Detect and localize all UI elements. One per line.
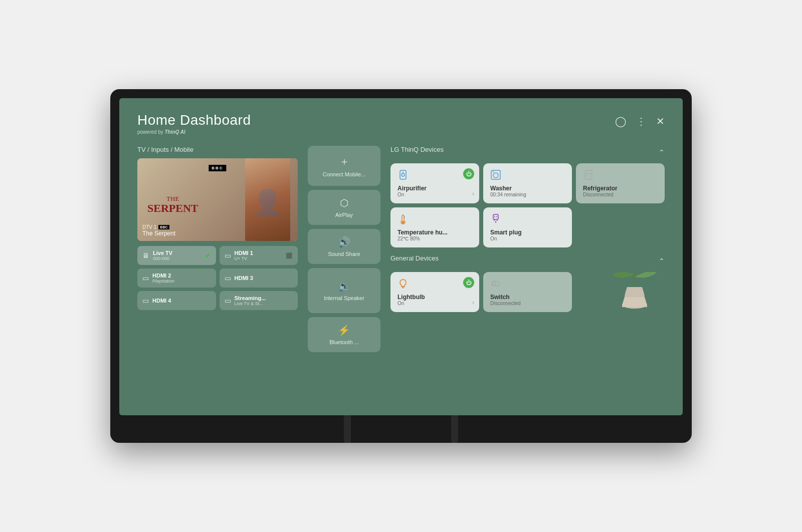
hdmi3-icon: ▭	[225, 274, 231, 282]
hdmi4-icon: ▭	[142, 297, 149, 305]
airpurifier-icon	[397, 169, 472, 183]
preview-channel: DTV 1 BBC	[142, 224, 175, 230]
thinq-devices-grid: Airpurifier On ⏻ › Washer	[390, 163, 665, 247]
tv-stand	[119, 415, 683, 443]
plant-svg	[599, 272, 665, 312]
svg-point-22	[493, 282, 496, 286]
smart-plug-icon	[490, 213, 565, 227]
refrigerator-icon	[583, 169, 658, 183]
airplay-card[interactable]: ⬡ AirPlay	[308, 190, 380, 225]
input-item-hdmi3[interactable]: ▭ HDMI 3	[220, 269, 298, 288]
general-collapse-btn[interactable]: ⌃	[659, 257, 665, 265]
left-panel: TV / Inputs / Mobile BBC THE SERPENT	[137, 146, 298, 393]
lightbulb-name: Lightbulb	[397, 294, 472, 301]
device-card-switch[interactable]: Switch Disconnected	[483, 272, 572, 312]
lightbulb-status: On	[397, 301, 472, 306]
general-devices-section: General Devices ⌃ Lightbulb On	[390, 254, 665, 312]
airplay-icon: ⬡	[340, 197, 348, 209]
powered-by: powered by ThinQ AI	[137, 129, 251, 135]
thinq-section-header: LG ThinQ Devices ⌃	[390, 146, 665, 158]
usb-icon: ⬛	[286, 252, 293, 259]
airpurifier-name: Airpurifier	[397, 185, 472, 192]
device-card-washer[interactable]: Washer 00:34 remaining	[483, 163, 572, 203]
plus-icon: ＋	[339, 155, 349, 168]
refrigerator-name: Refrigerator	[583, 185, 658, 192]
sound-share-card[interactable]: 🔊 Sound Share	[308, 229, 380, 264]
device-card-smart-plug[interactable]: Smart plug On	[483, 207, 572, 247]
input-item-hdmi2[interactable]: ▭ HDMI 2 Playstation	[137, 269, 216, 288]
sound-share-label: Sound Share	[328, 251, 360, 257]
airpurifier-status: On	[397, 192, 472, 197]
temperature-status: 22℃ 80%	[397, 236, 472, 241]
decoration-area	[576, 272, 665, 312]
input-info: HDMI 2 Playstation	[152, 273, 174, 284]
thinq-collapse-btn[interactable]: ⌃	[659, 148, 665, 156]
input-item-hdmi1[interactable]: ▭ HDMI 1 U+ TV ⬛	[220, 246, 298, 265]
svg-point-10	[402, 221, 405, 223]
general-section-header: General Devices ⌃	[390, 254, 665, 267]
bluetooth-card[interactable]: ⚡ Bluetooth ...	[308, 317, 380, 352]
streaming-icon: ▭	[225, 297, 231, 305]
header-icons: ◯ ⋮ ✕	[615, 115, 665, 127]
middle-panel: ＋ Connect Mobile... ⬡ AirPlay 🔊 Sound Sh…	[308, 146, 380, 393]
dashboard: Home Dashboard powered by ThinQ AI ◯ ⋮ ✕…	[119, 98, 683, 415]
input-item-live-tv[interactable]: 🖥 Live TV 000-000 ✔	[137, 246, 216, 265]
preview-info: DTV 1 BBC The Serpent	[142, 224, 175, 237]
connect-mobile-label: Connect Mobile...	[323, 171, 366, 177]
right-panel: LG ThinQ Devices ⌃ Airpurifier On	[390, 146, 665, 393]
tv-icon: 🖥	[142, 251, 149, 259]
show-title: THE SERPENT	[147, 195, 198, 214]
switch-icon	[490, 278, 565, 292]
temperature-icon	[397, 213, 472, 227]
temperature-name: Temperature hu...	[397, 229, 472, 236]
header-title: Home Dashboard powered by ThinQ AI	[137, 112, 251, 135]
device-card-lightbulb[interactable]: Lightbulb On ⏻ ›	[390, 272, 479, 312]
hdmi2-icon: ▭	[142, 274, 149, 282]
close-icon[interactable]: ✕	[656, 115, 665, 127]
airpurifier-power-btn[interactable]: ⏻	[463, 168, 474, 179]
thinq-devices-section: LG ThinQ Devices ⌃ Airpurifier On	[390, 146, 665, 247]
airplay-label: AirPlay	[335, 212, 353, 218]
svg-point-1	[402, 173, 405, 176]
more-icon[interactable]: ⋮	[636, 115, 646, 127]
smart-plug-status: On	[490, 236, 565, 241]
input-item-streaming[interactable]: ▭ Streaming... Live TV & St...	[220, 291, 298, 310]
airpurifier-chevron: ›	[472, 190, 474, 197]
sound-share-icon: 🔊	[338, 236, 350, 248]
internal-speaker-card[interactable]: 🔈 Internal Speaker	[308, 268, 380, 313]
general-devices-grid: Lightbulb On ⏻ › Switch	[390, 272, 665, 312]
lightbulb-chevron: ›	[472, 299, 474, 306]
svg-point-5	[493, 171, 494, 172]
speaker-icon: 🔈	[338, 280, 350, 292]
device-card-airpurifier[interactable]: Airpurifier On ⏻ ›	[390, 163, 479, 203]
device-card-refrigerator[interactable]: Refrigerator Disconnected	[576, 163, 665, 203]
preview-show: The Serpent	[142, 230, 175, 237]
input-item-hdmi4[interactable]: ▭ HDMI 4	[137, 291, 216, 310]
washer-name: Washer	[490, 185, 565, 192]
active-check-icon: ✔	[205, 251, 211, 259]
svg-point-4	[493, 173, 498, 178]
lightbulb-power-btn[interactable]: ⏻	[463, 277, 474, 288]
bluetooth-icon: ⚡	[338, 324, 350, 336]
washer-status: 00:34 remaining	[490, 192, 565, 197]
general-section-title: General Devices	[390, 254, 439, 262]
input-info: HDMI 4	[152, 298, 171, 304]
connect-mobile-card[interactable]: ＋ Connect Mobile...	[308, 146, 380, 186]
input-info: HDMI 1 U+ TV	[235, 250, 253, 261]
main-content: TV / Inputs / Mobile BBC THE SERPENT	[137, 146, 665, 393]
bbc-logo: BBC	[209, 165, 226, 171]
tv-screen: Home Dashboard powered by ThinQ AI ◯ ⋮ ✕…	[119, 98, 683, 415]
input-info: Streaming... Live TV & St...	[235, 295, 266, 306]
hdmi-icon: ▭	[225, 251, 231, 259]
device-card-temperature[interactable]: Temperature hu... 22℃ 80%	[390, 207, 479, 247]
bluetooth-label: Bluetooth ...	[329, 339, 359, 345]
profile-icon[interactable]: ◯	[615, 115, 626, 127]
lightbulb-icon	[397, 278, 472, 292]
smart-plug-name: Smart plug	[490, 229, 565, 236]
svg-rect-6	[585, 170, 592, 179]
internal-speaker-label: Internal Speaker	[324, 295, 364, 301]
tv-leg-right	[451, 415, 458, 443]
input-grid: 🖥 Live TV 000-000 ✔ ▭ HDMI 1	[137, 246, 298, 310]
bbc-channel-badge: BBC	[158, 225, 169, 229]
tv-preview[interactable]: BBC THE SERPENT 👤	[137, 158, 298, 241]
